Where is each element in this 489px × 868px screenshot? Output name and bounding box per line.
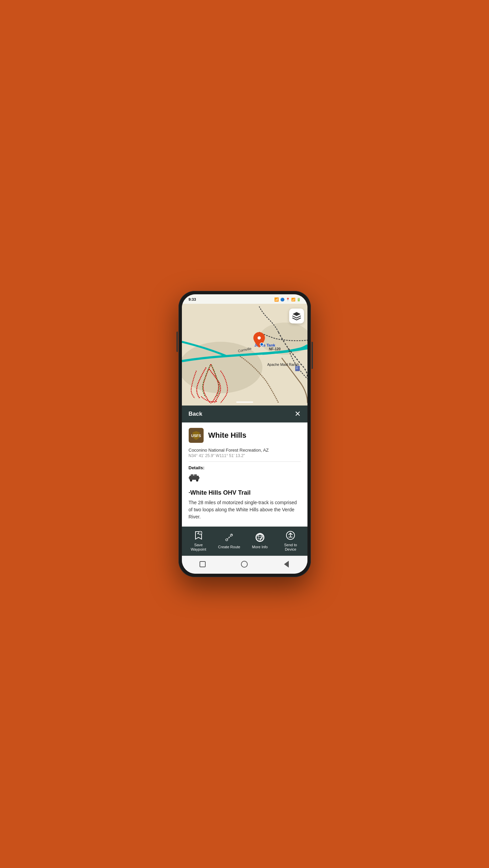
status-time: 9:33 xyxy=(189,297,196,301)
svg-rect-11 xyxy=(297,368,298,369)
svg-text:NF-120: NF-120 xyxy=(269,347,281,351)
svg-rect-17 xyxy=(189,476,199,480)
details-icons xyxy=(189,473,301,484)
svg-rect-8 xyxy=(296,367,297,368)
poi-coords: N34° 41' 25.9" W111° 51' 13.2" xyxy=(189,453,301,462)
square-icon xyxy=(200,561,206,567)
action-bar: + SaveWaypoint xyxy=(182,527,307,556)
nav-square-button[interactable] xyxy=(198,559,207,569)
details-label: Details: xyxy=(189,465,301,470)
phone-screen: 9:33 📶 🔵 📍 📶 🔋 xyxy=(182,294,307,574)
nav-back-button[interactable] xyxy=(282,559,291,569)
bottom-sheet: Back ✕ USFS White Hills Coconino xyxy=(182,406,307,574)
back-nav-icon xyxy=(284,561,289,568)
circle-icon xyxy=(241,561,248,568)
more-info-icon xyxy=(254,531,266,544)
wifi-icon: 📶 xyxy=(291,298,295,301)
send-to-device-action[interactable]: Send toDevice xyxy=(279,529,302,552)
poi-location: Coconino National Forest Recreation, AZ xyxy=(189,448,301,453)
sheet-content: USFS White Hills Coconino National Fores… xyxy=(182,422,307,527)
svg-point-20 xyxy=(190,479,192,481)
signal-icon: 📶 xyxy=(274,297,279,302)
location-pin-icon: 📍 xyxy=(286,298,290,301)
save-waypoint-icon: + xyxy=(192,529,205,541)
create-route-label: Create Route xyxy=(218,545,240,549)
status-bar: 9:33 📶 🔵 📍 📶 🔋 xyxy=(182,294,307,304)
nav-home-button[interactable] xyxy=(240,559,249,569)
more-info-action[interactable]: More Info xyxy=(248,531,272,549)
svg-rect-19 xyxy=(194,474,197,476)
map-background: Cornville NF-120 Bea... Apache Maid Ranc… xyxy=(182,304,307,406)
poi-icon: USFS xyxy=(189,428,204,443)
svg-rect-18 xyxy=(191,474,193,476)
phone-frame: 9:33 📶 🔵 📍 📶 🔋 xyxy=(178,291,311,577)
create-route-action[interactable]: Create Route xyxy=(217,531,241,549)
svg-point-28 xyxy=(228,537,230,538)
svg-point-21 xyxy=(196,479,198,481)
sheet-header: Back ✕ xyxy=(182,406,307,422)
status-icons: 📶 🔵 📍 📶 🔋 xyxy=(274,297,301,302)
more-info-label: More Info xyxy=(252,545,268,549)
svg-point-14 xyxy=(257,336,260,339)
svg-text:Apache  Maid  Ranch: Apache Maid Ranch xyxy=(267,363,299,367)
create-route-icon xyxy=(223,531,235,544)
send-to-device-icon xyxy=(284,529,297,541)
svg-point-15 xyxy=(260,343,263,346)
drag-handle[interactable] xyxy=(236,401,253,403)
battery-icon: 🔋 xyxy=(297,298,301,301)
vehicle-icon xyxy=(189,473,200,484)
map-container[interactable]: Cornville NF-120 Bea... Apache Maid Ranc… xyxy=(182,304,307,406)
close-button[interactable]: ✕ xyxy=(295,410,301,418)
nav-bar xyxy=(182,556,307,574)
svg-rect-9 xyxy=(297,367,298,368)
svg-text:USFS: USFS xyxy=(191,434,201,438)
layer-button[interactable] xyxy=(289,309,304,323)
trail-title: ·White Hills OHV Trail xyxy=(189,489,301,496)
send-to-device-label: Send toDevice xyxy=(284,543,297,552)
svg-rect-10 xyxy=(296,368,297,369)
bluetooth-icon: 🔵 xyxy=(280,298,284,301)
svg-rect-22 xyxy=(189,477,190,478)
trail-description: The 28 miles of motorized single-track i… xyxy=(189,499,301,520)
save-waypoint-label: SaveWaypoint xyxy=(191,543,206,552)
poi-header: USFS White Hills xyxy=(189,428,301,443)
poi-title: White Hills xyxy=(208,431,246,440)
save-waypoint-action[interactable]: + SaveWaypoint xyxy=(187,529,210,552)
back-button[interactable]: Back xyxy=(189,411,203,417)
svg-rect-23 xyxy=(198,477,200,478)
svg-text:+: + xyxy=(199,532,201,535)
